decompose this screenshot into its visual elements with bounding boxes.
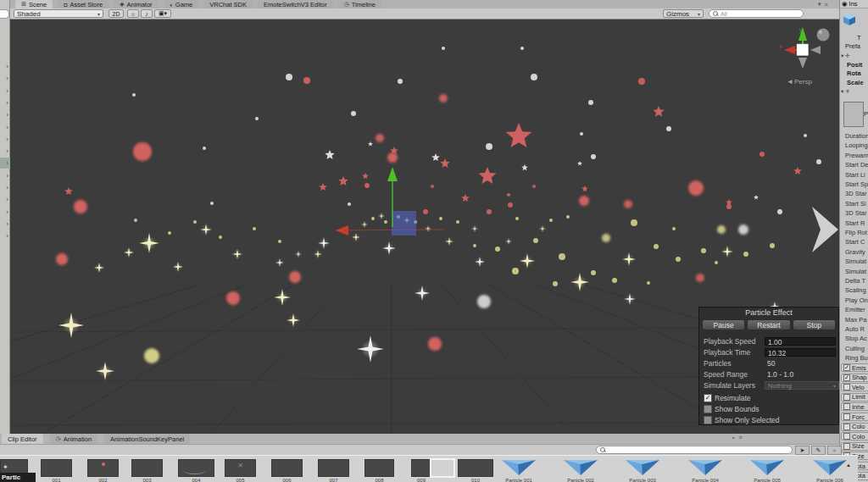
frame-thumbnail[interactable]: ✕ [225,459,256,477]
module-checkbox[interactable] [843,424,850,430]
tab-animator[interactable]: ◈Animator [114,0,158,8]
playback-time-field[interactable]: 10.32 [765,348,836,357]
hierarchy-foldout[interactable]: › [0,73,10,84]
frame-thumbnail[interactable] [364,459,394,477]
scene-search-input[interactable]: All [709,9,804,18]
effects-dropdown-icon[interactable]: ▣▾ [154,9,171,18]
menu-icon[interactable]: ≡ [825,2,828,8]
gizmo-cube[interactable] [797,44,809,56]
resimulate-checkbox[interactable]: ✓Resimulate [704,393,751,402]
bottom-tab-animationsoundkeypanel[interactable]: AnimationSoundKeyPanel [104,434,190,444]
checkbox[interactable] [704,416,712,424]
move-tool-gizmo[interactable] [336,167,443,235]
hierarchy-foldout[interactable]: › [0,219,10,230]
module-forc[interactable]: Forc [841,413,868,421]
particle-prefab-item[interactable] [688,459,722,476]
frame-thumbnail[interactable] [178,459,214,477]
hierarchy-foldout[interactable]: › [0,146,10,157]
orientation-gizmo[interactable]: y x ◄ Persp [779,27,830,86]
module-inhe[interactable]: Inhe [841,402,868,411]
hierarchy-foldout[interactable]: › [0,122,10,133]
gizmos-dropdown[interactable]: Gizmos▾ [663,9,704,18]
module-limit[interactable]: Limit [841,393,868,402]
animation-search-input[interactable] [596,446,793,454]
restart-button[interactable]: Restart [747,319,790,330]
hierarchy-foldout[interactable]: › [0,230,10,241]
frame-thumbnail[interactable] [318,459,349,477]
particle-prefab-item[interactable] [564,459,598,476]
bottom-tab-clip-editor[interactable]: Clip Editor [2,434,43,444]
dropdown-icon[interactable]: ▾ [818,1,821,8]
hierarchy-foldout[interactable]: › [0,109,10,120]
selected-frame-slot[interactable] [430,458,455,478]
module-checkbox[interactable]: ✓ [843,374,850,381]
checkbox[interactable] [704,405,712,413]
module-checkbox[interactable] [843,403,850,410]
hierarchy-foldout[interactable]: › [0,97,10,108]
hierarchy-foldout[interactable]: › [0,194,10,205]
module-checkbox[interactable] [843,394,850,401]
hierarchy-foldout[interactable]: › [0,207,10,218]
playback-speed-field[interactable]: 1.00 [765,337,836,346]
particle-prefab-item[interactable] [502,459,536,476]
checkbox[interactable]: ✓ [704,394,712,402]
tab-game[interactable]: ◖Game [164,0,199,8]
tab-asset-store[interactable]: ◘Asset Store [58,0,108,8]
module-emis[interactable]: ✓Emis [841,363,868,372]
module-shap[interactable]: ✓Shap [841,374,868,382]
stop-button[interactable]: Stop [793,319,836,330]
hierarchy-foldout[interactable]: › [0,134,10,145]
particle-prefab-item[interactable] [813,459,847,476]
frame-thumbnail[interactable] [87,459,119,477]
module-colo[interactable]: Colo [841,432,868,440]
2d-toggle[interactable]: 2D [108,9,124,18]
shaded-dropdown[interactable]: Shaded▾ [14,9,103,18]
cursor-tool-button[interactable]: ➤ [795,446,810,455]
module-size[interactable]: Size [841,442,868,451]
hierarchy-foldout[interactable]: › [0,86,10,97]
axis-cone-right[interactable] [810,46,821,54]
tab-inspector[interactable]: ◉ Ins [840,0,868,8]
hierarchy-foldout[interactable]: › [0,158,10,169]
x-axis-handle[interactable] [336,225,348,235]
audio-toggle-icon[interactable]: ♪ [141,9,153,18]
hierarchy-foldout[interactable]: › [0,61,10,72]
y-axis-handle[interactable] [387,167,398,181]
frame-thumbnail[interactable] [458,459,493,477]
tab-scene[interactable]: ⊞Scene [15,0,53,8]
module-checkbox[interactable] [843,443,850,450]
simulate-layers-dropdown[interactable]: Nothing▾ [765,381,839,390]
tab-emoteswitchv3-editor[interactable]: EmoteSwitchV3 Editor [258,0,333,8]
axis-cone-down[interactable] [798,58,807,69]
lighting-toggle-icon[interactable]: ☼ [127,9,139,18]
module-checkbox[interactable] [843,384,850,391]
frame-thumbnail[interactable] [411,459,431,477]
persp-label[interactable]: Persp [794,78,812,86]
star-tool-button[interactable]: ★ [827,446,842,455]
module-colo[interactable]: Colo [841,423,868,431]
axis-sphere[interactable] [817,29,830,42]
hierarchy-foldout[interactable]: › [0,182,10,193]
frame-thumbnail[interactable] [41,459,72,477]
pause-button[interactable]: Pause [702,319,745,330]
hierarchy-search-input[interactable] [0,9,9,19]
module-checkbox[interactable] [843,433,850,440]
pen-tool-button[interactable]: ✎ [811,446,826,455]
transform-foldout[interactable]: ▾ ✛ [841,53,850,59]
bottom-tab-animation[interactable]: ◷Animation [50,434,97,444]
tab-timeline[interactable]: ◷Timeline [338,0,381,8]
frame-thumbnail[interactable] [131,459,163,477]
show-only-selected-checkbox[interactable]: Show Only Selected [704,415,780,424]
module-velo[interactable]: Velo [841,383,868,391]
pin-icon[interactable]: ▪ [732,435,734,440]
module-checkbox[interactable]: ✓ [843,364,850,371]
particle-prefab-item[interactable] [750,459,784,476]
x-axis-cone[interactable] [784,46,795,54]
particle-system-foldout[interactable]: ▾ ✳ [841,88,850,95]
tab-vrchat-sdk[interactable]: VRChat SDK [203,0,253,8]
particle-prefab-item[interactable] [626,459,659,476]
hierarchy-foldout[interactable]: › [0,170,10,181]
show-bounds-checkbox[interactable]: Show Bounds [704,404,759,413]
menu-icon[interactable]: ≡ [738,435,742,440]
prefab-label[interactable]: Prefa [845,42,860,50]
